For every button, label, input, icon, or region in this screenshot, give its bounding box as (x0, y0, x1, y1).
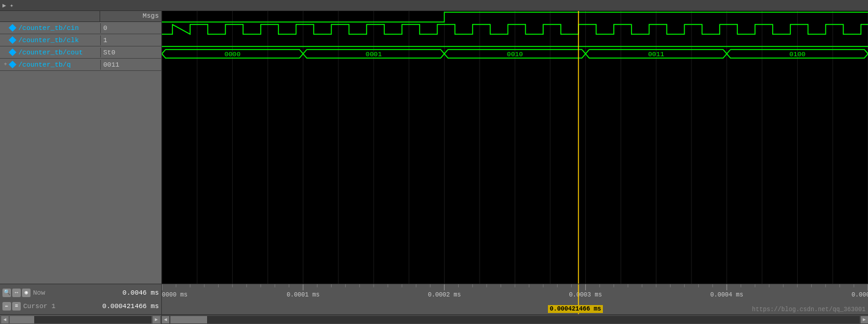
signal-col-header (0, 11, 100, 21)
cursor-row: ✏ ≡ Cursor 1 0.000421466 ms (0, 300, 161, 313)
signal-name-cout: /counter_tb/cout (0, 48, 100, 57)
signal-icon-cin (9, 24, 16, 32)
scroll-right-track[interactable] (170, 316, 859, 323)
now-value: 0.0046 ms (123, 289, 159, 296)
cursor-value: 0.000421466 ms (103, 303, 159, 310)
signal-icon-cout (9, 48, 16, 56)
waveform-canvas[interactable] (162, 11, 868, 284)
scrollbar-right: ◀ ▶ (162, 315, 868, 324)
signal-value-cout: St0 (100, 48, 161, 57)
status-timeline: 0.000421466 ms https://blog.csdn.net/qq_… (162, 284, 868, 314)
cursor-time-label: 0.000421466 ms (548, 305, 603, 313)
signal-name-q: + /counter_tb/q (0, 61, 100, 69)
scroll-left-thumb[interactable] (10, 316, 34, 323)
signal-panel-empty (0, 71, 161, 284)
signal-icon-clk (9, 36, 16, 44)
signal-icon-q (9, 61, 16, 68)
signal-value-q: 0011 (100, 60, 161, 70)
now-label: Now (33, 289, 45, 296)
status-bar: 🔍 ↔ ◉ Now 0.0046 ms ✏ ≡ Cursor 1 0.00042… (0, 284, 868, 314)
waveform-panel[interactable] (162, 11, 868, 284)
signal-row-clk[interactable]: /counter_tb/clk 1 (0, 34, 161, 46)
scroll-left-track[interactable] (10, 316, 151, 323)
signal-panel: Msgs /counter_tb/cin 0 /counter_tb/clk 1 (0, 11, 162, 284)
scroll-left-arrow[interactable]: ◀ (1, 316, 9, 323)
status-icons-row2: ✏ ≡ (2, 302, 21, 311)
status-icons-row1: 🔍 ↔ ◉ (2, 289, 31, 297)
signal-value-cin: 0 (100, 23, 161, 33)
signal-name-clk: /counter_tb/clk (0, 36, 100, 45)
scroll-right-right-arrow[interactable]: ▶ (861, 316, 868, 323)
signal-value-clk: 1 (100, 35, 161, 45)
scroll-right-thumb[interactable] (170, 316, 207, 323)
icon-zoom[interactable]: 🔍 (2, 289, 11, 297)
signal-name-cin: /counter_tb/cin (0, 24, 100, 32)
now-row: 🔍 ↔ ◉ Now 0.0046 ms (0, 286, 161, 300)
signal-row-cout[interactable]: /counter_tb/cout St0 (0, 46, 161, 59)
scroll-right-arrow-left[interactable]: ▶ (153, 316, 160, 323)
signal-row-cin[interactable]: /counter_tb/cin 0 (0, 22, 161, 34)
scrollbar-left: ◀ ▶ (0, 315, 162, 324)
cursor-label: Cursor 1 (23, 303, 56, 310)
status-left: 🔍 ↔ ◉ Now 0.0046 ms ✏ ≡ Cursor 1 0.00042… (0, 284, 162, 314)
content-area: Msgs /counter_tb/cin 0 /counter_tb/clk 1 (0, 11, 868, 284)
msgs-col-header: Msgs (100, 11, 161, 21)
main-container: ▶ ✦ Msgs /counter_tb/cin 0 (0, 0, 868, 324)
title-icon: ▶ ✦ (2, 2, 13, 9)
scrollbar-area: ◀ ▶ ◀ ▶ (0, 314, 868, 324)
icon-pointer[interactable]: ◉ (22, 289, 31, 297)
signal-row-q[interactable]: + /counter_tb/q 0011 (0, 59, 161, 71)
title-bar: ▶ ✦ (0, 0, 868, 11)
icon-list[interactable]: ≡ (12, 302, 21, 311)
icon-edit[interactable]: ✏ (2, 302, 11, 311)
watermark: https://blog.csdn.net/qq_363001 (752, 306, 866, 313)
scroll-right-left-arrow[interactable]: ◀ (162, 316, 169, 323)
icon-cursor[interactable]: ↔ (12, 289, 21, 297)
signal-header: Msgs (0, 11, 161, 22)
